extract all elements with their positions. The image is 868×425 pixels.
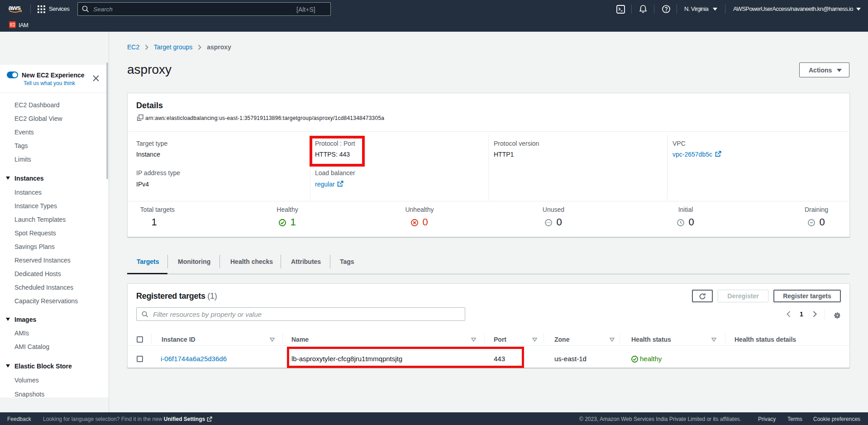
svg-text:aws: aws [9,4,21,11]
